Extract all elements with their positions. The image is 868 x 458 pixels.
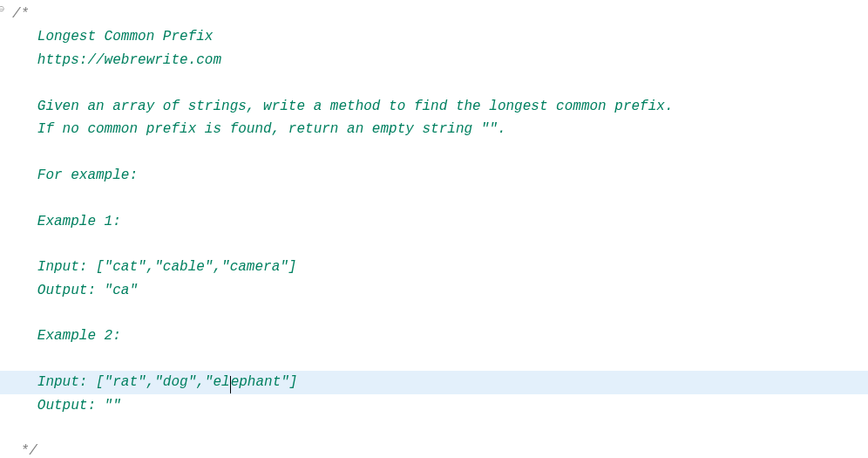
comment-open: /* <box>0 3 868 25</box>
code-line[interactable] <box>0 348 868 371</box>
fold-icon[interactable]: ⊖ <box>0 2 10 19</box>
cursor-before-text: Input: ["rat","dog","el <box>12 374 230 390</box>
comment-close: */ <box>0 440 868 458</box>
code-line[interactable]: For example: <box>0 164 868 187</box>
code-line[interactable]: https://webrewrite.com <box>0 49 868 72</box>
cursor-after-text: ephant"] <box>231 374 298 390</box>
code-line[interactable] <box>0 72 868 94</box>
code-line[interactable]: Example 2: <box>0 325 868 347</box>
code-line[interactable] <box>0 417 868 440</box>
code-line[interactable]: Longest Common Prefix <box>0 25 868 48</box>
text-cursor <box>230 376 231 393</box>
code-line[interactable]: Example 1: <box>0 210 868 233</box>
code-lines[interactable]: Longest Common Prefix https://webrewrite… <box>0 25 868 440</box>
code-line[interactable]: Output: "" <box>0 394 868 417</box>
code-line[interactable]: Output: "ca" <box>0 279 868 302</box>
code-editor[interactable]: ⊖ /* Longest Common Prefix https://webre… <box>0 0 868 458</box>
code-line[interactable]: Given an array of strings, write a metho… <box>0 95 868 118</box>
code-line[interactable] <box>0 187 868 209</box>
code-line[interactable] <box>0 302 868 325</box>
code-line[interactable]: If no common prefix is found, return an … <box>0 118 868 140</box>
code-line[interactable]: Input: ["rat","dog","elephant"] <box>0 371 868 393</box>
code-line[interactable] <box>0 140 868 163</box>
code-line[interactable] <box>0 233 868 256</box>
code-line[interactable]: Input: ["cat","cable","camera"] <box>0 256 868 278</box>
